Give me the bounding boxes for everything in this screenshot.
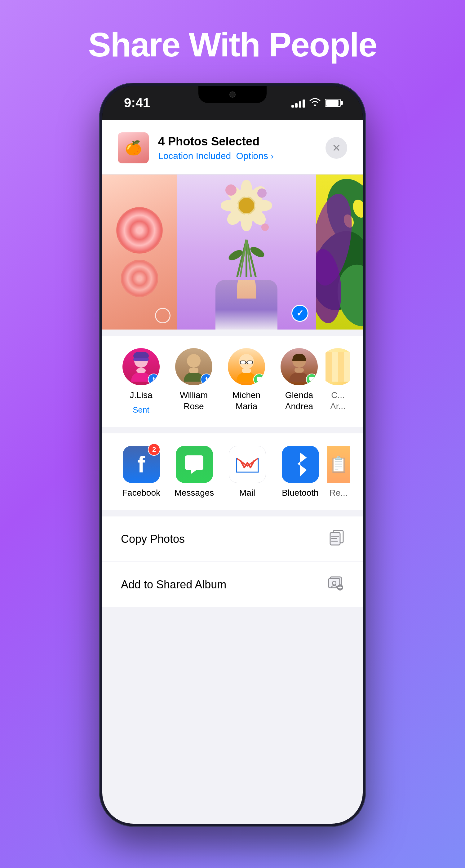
svg-rect-36: [240, 361, 246, 364]
photos-selected-label: 4 Photos Selected: [158, 135, 316, 148]
bluetooth-label: Bluetooth: [282, 488, 318, 498]
people-section: f J.Lisa Sent: [102, 336, 363, 427]
app-item-messages[interactable]: Messages: [168, 446, 221, 498]
svg-point-11: [221, 200, 238, 211]
person-item-glenda[interactable]: GlendaAndrea: [273, 348, 326, 415]
person-name-partial: C...Ar...: [330, 390, 346, 412]
status-bar: 9:41: [102, 86, 363, 120]
msg-badge-glenda: [306, 374, 318, 385]
partial-app-label: Re...: [329, 488, 347, 498]
add-shared-album-label: Add to Shared Album: [121, 578, 226, 591]
mail-label: Mail: [239, 488, 255, 498]
actions-section: Copy Photos Add to Share: [102, 517, 363, 607]
svg-rect-35: [242, 368, 251, 373]
person-item-michen[interactable]: MichenMaria: [220, 348, 273, 415]
screen-content: 🍊 4 Photos Selected Location Included Op…: [102, 120, 363, 824]
svg-rect-42: [326, 352, 332, 382]
mail-app-icon: [229, 446, 266, 483]
status-icons: [291, 97, 341, 109]
photo-left-select-circle: [155, 308, 170, 323]
svg-point-9: [241, 180, 252, 197]
photos-strip: ✓: [102, 175, 363, 330]
avatar-william: f: [175, 348, 212, 385]
thumbnail-image: 🍊: [125, 140, 142, 156]
photo-left[interactable]: [102, 175, 177, 330]
svg-rect-40: [294, 368, 304, 373]
app-item-mail[interactable]: Mail: [221, 446, 274, 498]
svg-point-10: [241, 214, 252, 231]
person-name-glenda: GlendaAndrea: [285, 390, 313, 412]
apps-section: 2 f Facebook Messages: [102, 433, 363, 510]
fb-badge-william: f: [200, 374, 212, 385]
svg-rect-31: [133, 358, 149, 361]
svg-rect-44: [237, 457, 258, 472]
options-chevron: ›: [271, 151, 273, 161]
app-item-partial[interactable]: 📋 Re...: [327, 446, 350, 498]
avatar-glenda: [281, 348, 318, 385]
copy-photos-row[interactable]: Copy Photos: [102, 517, 363, 561]
close-button[interactable]: ✕: [326, 137, 347, 159]
svg-rect-49: [331, 540, 338, 541]
photo-right[interactable]: [316, 175, 363, 330]
svg-rect-48: [331, 538, 337, 539]
svg-point-32: [187, 354, 200, 368]
person-status-jlisa: Sent: [133, 405, 149, 415]
header-info: 4 Photos Selected Location Included Opti…: [158, 135, 316, 161]
person-item-jlisa[interactable]: f J.Lisa Sent: [115, 348, 167, 415]
phone-frame: 9:41: [99, 83, 366, 827]
person-item-partial[interactable]: C...Ar...: [326, 348, 350, 415]
messages-app-icon: [176, 446, 213, 483]
options-button[interactable]: Options: [236, 151, 268, 161]
bluetooth-app-icon: [282, 446, 319, 483]
fb-badge-jlisa: f: [148, 374, 160, 385]
add-shared-album-row[interactable]: Add to Shared Album: [102, 562, 363, 607]
avatar-jlisa: f: [122, 348, 160, 385]
partial-app-icon: 📋: [327, 446, 350, 483]
svg-rect-43: [338, 352, 344, 382]
svg-rect-37: [247, 361, 253, 364]
shared-album-icon: [327, 575, 344, 595]
svg-rect-47: [331, 536, 339, 537]
share-header: 🍊 4 Photos Selected Location Included Op…: [102, 120, 363, 175]
person-item-william[interactable]: f WilliamRose: [167, 348, 220, 415]
person-name-william: WilliamRose: [180, 390, 208, 412]
header-thumbnail: 🍊: [118, 132, 149, 163]
msg-badge-michen: [253, 374, 265, 385]
wifi-icon: [309, 97, 320, 109]
camera-dot: [229, 91, 236, 98]
share-sheet: 🍊 4 Photos Selected Location Included Op…: [102, 120, 363, 824]
person-name-michen: MichenMaria: [232, 390, 260, 412]
page-title: Share With People: [88, 25, 377, 64]
svg-point-17: [239, 198, 254, 213]
svg-point-12: [255, 200, 272, 211]
copy-photos-icon: [329, 529, 344, 549]
avatar-partial: [326, 348, 350, 385]
svg-point-18: [225, 184, 237, 196]
location-info: Location Included Options ›: [158, 151, 316, 161]
status-time: 9:41: [124, 95, 150, 111]
app-item-bluetooth[interactable]: Bluetooth: [274, 446, 327, 498]
signal-icon: [291, 98, 305, 107]
app-item-facebook[interactable]: 2 f Facebook: [115, 446, 168, 498]
person-name-jlisa: J.Lisa: [130, 390, 152, 401]
avatar-michen: [228, 348, 265, 385]
svg-rect-29: [136, 368, 146, 373]
photo-center-check: ✓: [291, 305, 308, 322]
battery-icon: [325, 99, 341, 107]
svg-point-20: [261, 223, 269, 231]
facebook-label: Facebook: [122, 488, 160, 498]
copy-photos-label: Copy Photos: [121, 533, 185, 546]
svg-rect-33: [189, 368, 198, 373]
messages-label: Messages: [175, 488, 214, 498]
svg-point-19: [257, 188, 267, 198]
photo-center[interactable]: ✓: [177, 175, 316, 330]
